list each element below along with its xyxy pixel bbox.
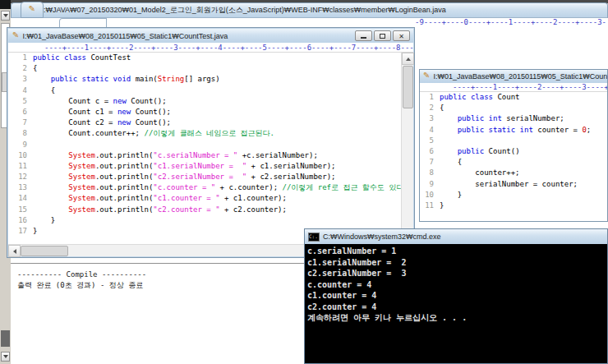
- restore-button[interactable]: [374, 30, 391, 41]
- line-number: 16: [8, 215, 33, 226]
- code-line: 5: [420, 136, 607, 146]
- stacked-window-tab[interactable]: ✎: [21, 2, 44, 18]
- console-line: c.counter = 4: [307, 279, 607, 291]
- code-line: 8 Count.counter++; //이렇게 클래스 네임으로 접근된다.: [8, 128, 413, 139]
- line-number: 14: [8, 193, 33, 204]
- line-number: 15: [8, 205, 33, 215]
- code-line: 4 public static int counter = 0;: [420, 125, 607, 136]
- line-number: 2: [420, 103, 440, 113]
- line-number: 5: [420, 136, 440, 146]
- line-number: 9: [420, 179, 440, 190]
- code-line: 11 System.out.println("c1.serialNumber =…: [8, 161, 413, 172]
- line-number: 11: [420, 200, 440, 211]
- count-window-title: I:₩01_JavaBase₩08_20150115₩05_Static1₩Co…: [433, 72, 607, 81]
- minimize-button[interactable]: [355, 30, 372, 41]
- code-line: 10 System.out.println("c.serialNumber = …: [8, 150, 413, 161]
- code-line: 11}: [420, 200, 607, 211]
- vertical-scrollbar[interactable]: [401, 53, 413, 244]
- code-line: 14 System.out.println("c1.counter = " + …: [8, 193, 413, 204]
- editplus-pencil-icon: ✎: [12, 31, 19, 39]
- line-number: 8: [8, 128, 33, 139]
- code-area-count-java[interactable]: 1public class Count2{3 public int serial…: [420, 92, 607, 211]
- console-line: c.serialNumber = 1: [307, 246, 607, 257]
- titlebar-counttest-java[interactable]: ✎ I:₩01_JavaBase₩08_20150115₩05_Static1₩…: [8, 29, 413, 43]
- line-number: 3: [8, 74, 33, 85]
- vertical-scroll-thumb[interactable]: [403, 66, 413, 108]
- scroll-left-icon[interactable]: [8, 245, 21, 257]
- code-line: 16 }: [8, 215, 413, 226]
- console-line: c2.counter = 4: [307, 302, 607, 313]
- column-ruler-side: ----+----1----+----2----+----3----+----: [420, 83, 607, 92]
- code-line: 13 System.out.println("c.counter = " + c…: [8, 182, 413, 193]
- code-line: 6 Count c1 = new Count();: [8, 107, 413, 117]
- column-ruler-main: ----+----1----+----2----+----3----+----4…: [8, 43, 413, 53]
- console-line: 계속하려면 아무 키나 누르십시오 . . .: [307, 312, 607, 324]
- left-pane-block: [1, 330, 10, 347]
- code-line: 4 {: [8, 85, 413, 96]
- window-corner-tab: [59, 18, 107, 27]
- close-icon: [398, 32, 404, 40]
- code-area-counttest-java[interactable]: 1public class CountTest2{3 public static…: [8, 53, 413, 247]
- titlebar-loginbean-window[interactable]: ✎ J:₩JAVA₩07_20150320₩01_Model2_로그인_회원가입…: [11, 2, 608, 18]
- code-line: 9 serialNumber = counter;: [420, 179, 607, 190]
- dropdown-arrow-icon[interactable]: [1, 11, 10, 21]
- code-line: 7 {: [420, 157, 607, 168]
- editor-window-counttest-java: ✎ I:₩01_JavaBase₩08_20150115₩05_Static1₩…: [7, 27, 415, 258]
- code-line: 2{: [8, 63, 413, 74]
- titlebar-count-java[interactable]: ✎ I:₩01_JavaBase₩08_20150115₩05_Static1₩…: [420, 70, 607, 83]
- loginbean-window-title: J:₩JAVA₩07_20150320₩01_Model2_로그인_회원가입(소…: [39, 5, 445, 16]
- line-number: 2: [8, 63, 33, 74]
- command-prompt-window: C:₩Windows₩system32₩cmd.exe c.serialNumb…: [304, 228, 608, 364]
- console-line: c1.counter = 4: [307, 290, 607, 302]
- corner-block: [0, 0, 11, 9]
- cmd-window-title: C:₩Windows₩system32₩cmd.exe: [323, 233, 441, 241]
- minimize-icon: [361, 37, 366, 39]
- code-line: 1public class CountTest: [8, 53, 413, 63]
- line-number: 7: [420, 157, 440, 168]
- code-line: 6 public Count(): [420, 146, 607, 157]
- line-number: 1: [8, 53, 33, 63]
- horizontal-scroll-thumb[interactable]: [21, 246, 68, 256]
- close-button[interactable]: [393, 30, 410, 41]
- column-ruler-top: -9----+----0----+----1----+----2----+---…: [415, 18, 608, 27]
- line-number: 6: [420, 146, 440, 157]
- line-number: 4: [8, 85, 33, 96]
- line-number: 4: [420, 125, 440, 136]
- dropdown-arrow-icon[interactable]: [1, 352, 10, 362]
- console-output-area[interactable]: c.serialNumber = 1c1.serialNumber = 2c2.…: [305, 244, 607, 324]
- code-line: 8 counter++;: [420, 168, 607, 178]
- code-line: 2{: [420, 103, 607, 113]
- line-number: 9: [8, 140, 33, 150]
- line-number: 12: [8, 172, 33, 182]
- code-line: 10 }: [420, 190, 607, 200]
- cmd-icon: [308, 233, 320, 242]
- code-line: 7 Count c2 = new Count();: [8, 117, 413, 128]
- line-number: 5: [8, 96, 33, 107]
- counttest-window-title: I:₩01_JavaBase₩08_20150115₩05_Static1₩Co…: [22, 32, 228, 40]
- line-number: 11: [8, 161, 33, 172]
- editplus-pencil-icon: ✎: [29, 5, 35, 13]
- line-number: 3: [420, 113, 440, 124]
- console-line: c2.serialNumber = 3: [307, 268, 607, 279]
- code-line: 3 public int serialNumber;: [420, 113, 607, 124]
- titlebar-cmd[interactable]: C:₩Windows₩system32₩cmd.exe: [305, 229, 607, 244]
- editplus-pencil-icon: ✎: [423, 71, 430, 80]
- line-number: 10: [420, 190, 440, 200]
- code-line: 12 System.out.println("c2.serialNumber =…: [8, 172, 413, 182]
- line-number: 8: [420, 168, 440, 178]
- code-line: 3 public static void main(String[] args): [8, 74, 413, 85]
- line-number: 13: [8, 182, 33, 193]
- scroll-up-icon[interactable]: [402, 53, 414, 65]
- line-number: 1: [420, 92, 440, 103]
- restore-icon: [380, 34, 385, 39]
- console-line: c1.serialNumber = 2: [307, 257, 607, 269]
- line-number: 17: [8, 226, 33, 237]
- code-line: 5 Count c = new Count();: [8, 96, 413, 107]
- line-number: 7: [8, 117, 33, 128]
- editor-window-count-java: ✎ I:₩01_JavaBase₩08_20150115₩05_Static1₩…: [419, 69, 608, 222]
- code-line: 15 System.out.println("c2.counter = " + …: [8, 205, 413, 215]
- code-line: 1public class Count: [420, 92, 607, 103]
- line-number: 10: [8, 150, 33, 161]
- code-line: 9: [8, 140, 413, 150]
- line-number: 6: [8, 107, 33, 117]
